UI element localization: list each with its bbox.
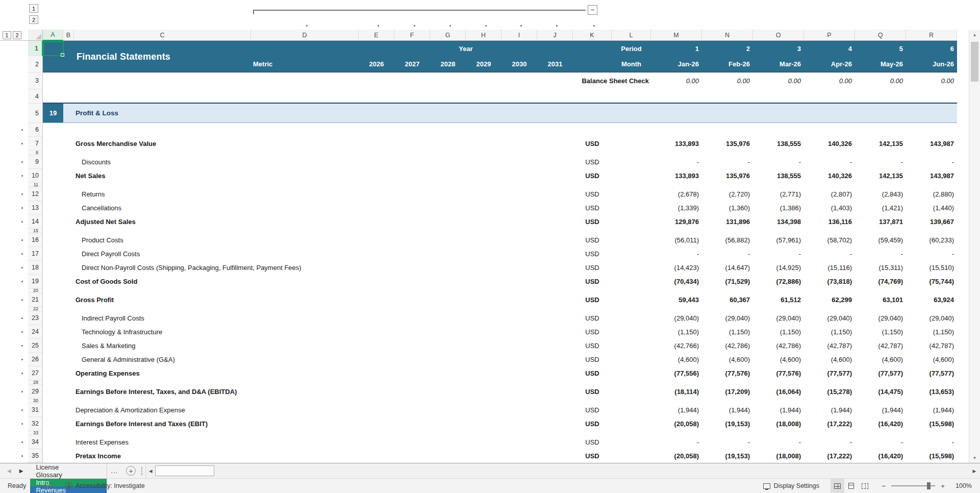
row-outline-level-2-button[interactable]: 2 (13, 31, 21, 39)
sheet-tab-license[interactable]: License (30, 463, 107, 471)
column-header-J[interactable]: J (537, 30, 573, 41)
row-header-34[interactable]: 34 (28, 435, 43, 449)
page-layout-view-button[interactable] (844, 479, 858, 493)
scroll-down-button[interactable]: ▼ (969, 453, 980, 463)
vertical-scroll-thumb[interactable] (971, 42, 978, 82)
macro-record-icon[interactable] (45, 483, 52, 489)
row-header-7[interactable]: 7 (28, 137, 43, 151)
display-settings-button[interactable]: Display Settings (773, 482, 819, 489)
tab-scrollbar-splitter[interactable] (141, 467, 142, 475)
currency-cell: USD (573, 261, 612, 275)
normal-view-button[interactable] (831, 479, 844, 493)
outline-gutter (0, 137, 28, 151)
column-header-K[interactable]: K (573, 30, 612, 41)
row-header-15[interactable]: 15 (28, 229, 43, 233)
row-header-26[interactable]: 26 (28, 353, 43, 366)
row-header-2[interactable]: 2 (28, 56, 43, 72)
row-label: Discounts (74, 155, 573, 169)
column-header-D[interactable]: D (251, 30, 359, 41)
row-header-20[interactable]: 20 (28, 288, 43, 293)
add-sheet-button[interactable]: + (126, 466, 136, 476)
column-header-O[interactable]: O (753, 30, 804, 41)
zoom-slider[interactable] (891, 485, 935, 486)
column-outline-level-1-button[interactable]: 1 (29, 4, 38, 13)
row-header-25[interactable]: 25 (28, 339, 43, 353)
column-header-B[interactable]: B (63, 30, 74, 41)
column-header-N[interactable]: N (702, 30, 753, 41)
row-header-17[interactable]: 17 (28, 247, 43, 261)
column-header-F[interactable]: F (394, 30, 430, 41)
value-cell: 134,398 (753, 215, 804, 229)
column-outline-level-2-button[interactable]: 2 (29, 15, 38, 24)
horizontal-scrollbar[interactable]: ◀ ▶ (145, 463, 980, 478)
row-header-35[interactable]: 35 (28, 449, 43, 463)
row-header-1[interactable]: 1 (28, 41, 43, 56)
zoom-level[interactable]: 100% (952, 482, 972, 489)
horizontal-scroll-thumb[interactable] (155, 465, 214, 476)
row-header-24[interactable]: 24 (28, 325, 43, 339)
column-header-R[interactable]: R (906, 30, 957, 41)
row-outline-level-1-button[interactable]: 1 (3, 31, 11, 39)
value-cell: (20,058) (651, 417, 702, 431)
column-header-L[interactable]: L (612, 30, 651, 41)
pnl-row-21: 21Gross ProfitUSD59,44360,36761,51262,29… (0, 293, 980, 307)
column-header-P[interactable]: P (804, 30, 855, 41)
page-break-view-button[interactable] (858, 479, 872, 493)
row-header-21[interactable]: 21 (28, 293, 43, 307)
scroll-up-button[interactable]: ▲ (969, 30, 980, 40)
outline-gutter (0, 380, 28, 385)
sheet-tab-glossary[interactable]: Glossary (30, 471, 107, 479)
row-header-19[interactable]: 19 (28, 275, 43, 288)
row-header-3[interactable]: 3 (28, 72, 43, 89)
row-header-31[interactable]: 31 (28, 403, 43, 417)
select-all-corner[interactable] (28, 30, 43, 41)
accessibility-status-button[interactable]: Accessibility: Investigate (76, 482, 144, 489)
row-header-11[interactable]: 11 (28, 183, 43, 187)
hidden-row-28: 28 (0, 380, 980, 385)
tabs-scroll-right-button[interactable]: ▶ (19, 468, 23, 474)
hidden-row-22: 22 (0, 307, 980, 311)
row-header-9[interactable]: 9 (28, 155, 43, 169)
value-cell: (77,577) (804, 366, 855, 380)
column-header-Q[interactable]: Q (855, 30, 906, 41)
row-header-4[interactable]: 4 (28, 89, 43, 104)
row-header-13[interactable]: 13 (28, 201, 43, 215)
scroll-right-button[interactable]: ▶ (970, 469, 979, 474)
row-header-12[interactable]: 12 (28, 187, 43, 201)
value-cell: - (855, 247, 906, 261)
row-header-16[interactable]: 16 (28, 233, 43, 247)
row-header-33[interactable]: 33 (28, 431, 43, 435)
row-header-29[interactable]: 29 (28, 385, 43, 399)
row-header-10[interactable]: 10 (28, 169, 43, 183)
zoom-in-button[interactable]: + (939, 482, 946, 490)
selected-cell-a1[interactable] (43, 41, 64, 56)
row-header-27[interactable]: 27 (28, 366, 43, 380)
zoom-slider-thumb[interactable] (927, 482, 931, 489)
row-header-23[interactable]: 23 (28, 311, 43, 325)
column-header-E[interactable]: E (359, 30, 394, 41)
row-header-30[interactable]: 30 (28, 399, 43, 403)
row-header-5[interactable]: 5 (28, 104, 43, 123)
column-header-A[interactable]: A (43, 30, 63, 41)
row-header-28[interactable]: 28 (28, 380, 43, 385)
row-header-8[interactable]: 8 (28, 151, 43, 155)
value-cell: - (906, 155, 957, 169)
column-header-H[interactable]: H (466, 30, 501, 41)
value-cell: - (804, 155, 855, 169)
column-header-M[interactable]: M (651, 30, 702, 41)
row-header-18[interactable]: 18 (28, 261, 43, 275)
column-header-I[interactable]: I (501, 30, 537, 41)
scroll-left-button[interactable]: ◀ (146, 469, 155, 474)
vertical-scrollbar[interactable]: ▲ ▼ (969, 30, 980, 463)
column-group-collapse-button[interactable]: − (588, 5, 597, 15)
row-header-14[interactable]: 14 (28, 215, 43, 229)
more-sheets-button[interactable]: ... (107, 463, 121, 478)
row-header-6[interactable]: 6 (28, 123, 43, 137)
zoom-out-button[interactable]: − (880, 482, 887, 490)
row-header-32[interactable]: 32 (28, 417, 43, 431)
tabs-scroll-left-button[interactable]: ◀ (7, 468, 11, 474)
column-header-C[interactable]: C (74, 30, 251, 41)
value-cell: (16,420) (855, 417, 906, 431)
row-header-22[interactable]: 22 (28, 307, 43, 311)
column-header-G[interactable]: G (430, 30, 466, 41)
